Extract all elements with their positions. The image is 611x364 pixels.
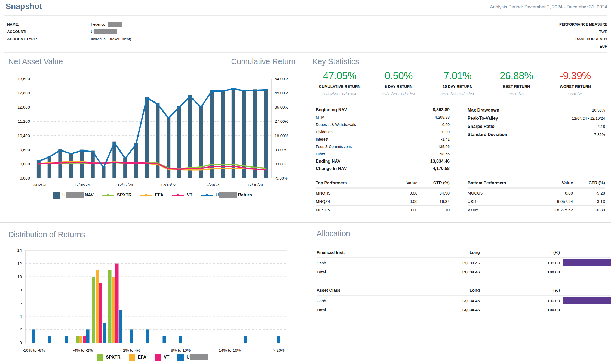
svg-text:12/18/24: 12/18/24 xyxy=(161,183,176,187)
svg-text:10,400: 10,400 xyxy=(17,133,30,138)
nav-summary-value: 13,034.46 xyxy=(430,159,450,164)
legend-label: EFA xyxy=(155,193,163,198)
redaction-box xyxy=(66,192,84,198)
header-divider xyxy=(4,15,607,16)
stat-card: 0.50%5 DAY RETURN12/25/24 - 12/31/24 xyxy=(369,70,428,96)
nav-summary-label: Other xyxy=(316,152,325,156)
nav-summary-label: Deposits & Withdrawals xyxy=(316,122,356,127)
allocation-row: Cash13,034.46100.00 xyxy=(317,296,611,305)
risk-stat-label: Standard Deviation xyxy=(468,132,507,137)
account-field-value: U xyxy=(91,29,117,34)
account-field-value: Individual (Broker Client) xyxy=(91,37,131,41)
svg-text:54.00%: 54.00% xyxy=(275,76,288,81)
stat-card-period: 12/25/24 - 12/31/24 xyxy=(369,92,428,96)
performers-header-row: Top PerformersValueCTR (%) xyxy=(316,178,450,189)
risk-stat-value: 4.18 xyxy=(598,124,605,129)
performers-col-value: Value xyxy=(377,180,417,185)
performer-value: 0.00 xyxy=(377,199,417,204)
legend-label: EFA xyxy=(138,355,146,360)
stat-card-label: WORST RETURN xyxy=(546,84,605,89)
performer-symbol: MESH5 xyxy=(316,208,377,212)
performers-title: Top Performers xyxy=(316,180,377,185)
legend-label-prefix: U xyxy=(216,193,219,198)
nav-summary-label: Fees & Commissions xyxy=(316,144,352,149)
performer-ctr: 16.34 xyxy=(417,199,450,204)
risk-stat-value: 7.86% xyxy=(594,132,605,137)
svg-text:12/02/24: 12/02/24 xyxy=(31,183,47,187)
account-meta-value: EUR xyxy=(559,43,607,50)
svg-text:6: 6 xyxy=(20,301,22,305)
stat-cards-divider xyxy=(310,102,604,102)
account-swatch xyxy=(177,354,184,361)
legend-item-account: U xyxy=(177,354,209,361)
stat-card-label: 5 DAY RETURN xyxy=(369,84,428,89)
legend-item-spxtr: SPXTR xyxy=(102,193,131,198)
svg-text:0: 0 xyxy=(20,340,22,345)
redaction-box xyxy=(190,354,208,360)
svg-text:> 20%: > 20% xyxy=(273,348,285,353)
account-info-meta: PERFORMANCE MEASURETWRBASE CURRENCYEUR xyxy=(559,21,607,50)
nav-cumulative-return-chart: 13,60054.00%12,80045.00%12,00036.00%11,2… xyxy=(6,73,299,194)
distribution-title: Distribution of Returns xyxy=(8,230,85,239)
allocation-col-pct: (%) xyxy=(480,288,560,293)
performer-symbol: MGCG5 xyxy=(468,191,532,195)
top-performers-table: Top PerformersValueCTR (%)MNQH50.0034.58… xyxy=(316,178,450,214)
allocation-row-long: 13,034.46 xyxy=(434,298,480,303)
svg-text:14: 14 xyxy=(17,248,22,252)
svg-text:12/12/24: 12/12/24 xyxy=(117,183,133,187)
nav-summary-label: Beginning NAV xyxy=(316,107,347,112)
performer-value: 0.00 xyxy=(532,191,573,195)
VT-swatch xyxy=(172,195,184,196)
nav-summary-value: 8,863.89 xyxy=(433,107,450,112)
EFA-swatch xyxy=(129,354,135,361)
account-meta-value: TWR xyxy=(559,28,607,35)
legend-item-spxtr: SPXTR xyxy=(97,354,120,361)
allocation-header-row: Asset ClassLong(%) xyxy=(317,286,611,296)
stat-card-label: BEST RETURN xyxy=(487,84,546,89)
horizontal-panel-divider xyxy=(0,222,611,223)
stat-card-period: 12/16/24 xyxy=(487,92,546,96)
nav-section-title: Net Asset Value xyxy=(8,57,63,66)
allocation-panel: Allocation Financial Inst.Long(%)Cash13,… xyxy=(308,223,607,364)
key-statistics-title: Key Statistics xyxy=(312,57,359,66)
nav-chart-legend: UNAVSPXTREFAVTUReturn xyxy=(4,192,302,199)
nav-summary-value: 0.00 xyxy=(442,122,450,127)
account-field-label: NAME: xyxy=(7,22,91,26)
legend-label: VT xyxy=(187,193,192,198)
allocation-table-financial-inst-: Financial Inst.Long(%)Cash13,034.46100.0… xyxy=(317,248,611,276)
nav-summary-table: Beginning NAV8,863.89MTM4,208.38Deposits… xyxy=(316,106,450,172)
svg-text:-4% to -2%: -4% to -2% xyxy=(73,348,93,353)
allocation-col-pct: (%) xyxy=(480,250,560,255)
stat-card-value: 0.50% xyxy=(369,70,428,82)
risk-stat-label: Sharpe Ratio xyxy=(468,124,495,129)
allocation-tables: Financial Inst.Long(%)Cash13,034.46100.0… xyxy=(317,248,611,324)
svg-text:4: 4 xyxy=(20,314,22,319)
svg-text:11,200: 11,200 xyxy=(18,119,30,124)
account-meta-label: PERFORMANCE MEASURE xyxy=(559,21,607,28)
legend-item-return: UReturn xyxy=(201,192,252,198)
page-title: Snapshot xyxy=(5,2,42,11)
svg-text:45.00%: 45.00% xyxy=(275,91,288,95)
risk-stat-value: 10.59% xyxy=(592,108,605,112)
stat-card-value: -9.39% xyxy=(546,70,605,82)
svg-text:13,600: 13,600 xyxy=(17,76,30,81)
performer-value: 0.00 xyxy=(377,191,417,195)
Return-swatch xyxy=(201,195,213,196)
allocation-row-pct: 100.00 xyxy=(480,270,560,274)
svg-text:0.00%: 0.00% xyxy=(275,162,286,166)
stat-card-value: 7.01% xyxy=(428,70,487,82)
nav-summary-label: Interest xyxy=(316,137,328,141)
svg-text:9.00%: 9.00% xyxy=(275,147,286,152)
performer-value: -18,275.62 xyxy=(532,208,573,212)
allocation-row-pct: 100.00 xyxy=(480,298,560,303)
risk-stat-label: Max Drawdown xyxy=(468,108,499,113)
performer-ctr: -3.13 xyxy=(573,199,605,204)
nav-summary-value: -135.06 xyxy=(437,144,450,149)
redaction-box xyxy=(94,29,117,34)
stat-card: 47.05%CUMULATIVE RETURN12/02/24 - 12/31/… xyxy=(310,70,369,96)
performer-ctr: -0.80 xyxy=(573,208,605,212)
risk-stat-row: Standard Deviation7.86% xyxy=(468,131,605,139)
risk-stat-row: Max Drawdown10.59% xyxy=(468,106,605,114)
nav-summary-row: Interest-1.41 xyxy=(316,135,450,143)
vertical-panel-divider xyxy=(302,53,302,364)
